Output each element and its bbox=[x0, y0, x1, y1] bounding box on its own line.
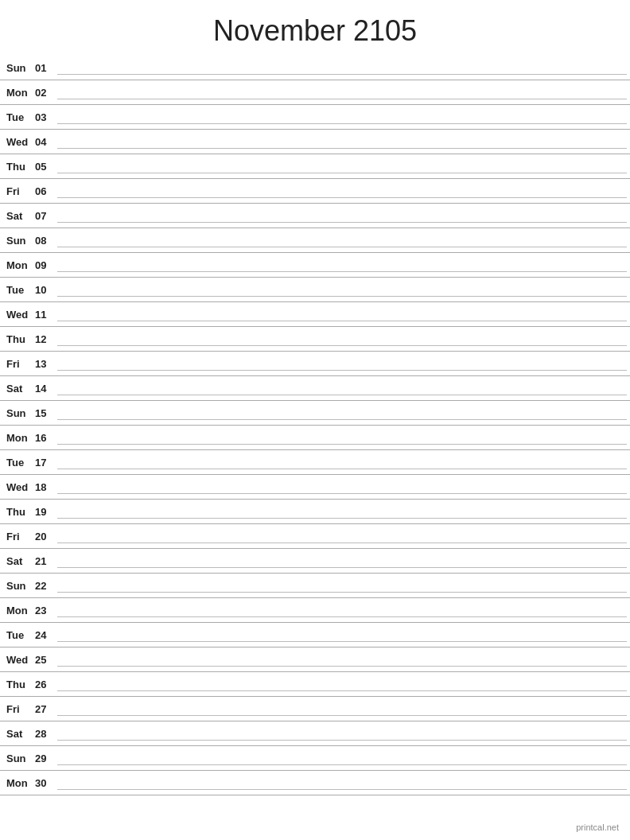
day-line bbox=[54, 56, 630, 80]
calendar-row: Tue24 bbox=[0, 623, 630, 648]
calendar-row: Mon09 bbox=[0, 253, 630, 278]
day-name: Tue bbox=[0, 450, 32, 475]
day-line bbox=[54, 401, 630, 426]
day-number: 25 bbox=[32, 648, 54, 672]
day-number: 24 bbox=[32, 623, 54, 648]
day-number: 02 bbox=[32, 80, 54, 105]
day-number: 23 bbox=[32, 598, 54, 623]
day-number: 29 bbox=[32, 746, 54, 771]
calendar-row: Mon23 bbox=[0, 598, 630, 623]
day-number: 03 bbox=[32, 105, 54, 130]
day-number: 20 bbox=[32, 524, 54, 549]
day-number: 28 bbox=[32, 721, 54, 746]
day-number: 21 bbox=[32, 549, 54, 574]
day-name: Thu bbox=[0, 672, 32, 697]
calendar-row: Sat07 bbox=[0, 204, 630, 228]
calendar-row: Sat14 bbox=[0, 376, 630, 401]
day-number: 10 bbox=[32, 278, 54, 302]
day-name: Thu bbox=[0, 327, 32, 352]
day-name: Sun bbox=[0, 56, 32, 80]
day-line bbox=[54, 450, 630, 475]
calendar-row: Sat28 bbox=[0, 721, 630, 746]
day-number: 13 bbox=[32, 352, 54, 376]
calendar-row: Thu19 bbox=[0, 500, 630, 524]
calendar-row: Mon30 bbox=[0, 771, 630, 795]
day-line bbox=[54, 648, 630, 672]
calendar-row: Fri20 bbox=[0, 524, 630, 549]
calendar-row: Sun22 bbox=[0, 574, 630, 598]
day-name: Fri bbox=[0, 697, 32, 721]
day-name: Sat bbox=[0, 549, 32, 574]
calendar-row: Thu05 bbox=[0, 154, 630, 179]
day-number: 04 bbox=[32, 130, 54, 154]
day-line bbox=[54, 253, 630, 278]
calendar-row: Fri13 bbox=[0, 352, 630, 376]
day-number: 06 bbox=[32, 179, 54, 204]
day-line bbox=[54, 672, 630, 697]
day-name: Mon bbox=[0, 771, 32, 795]
calendar-row: Sun29 bbox=[0, 746, 630, 771]
day-name: Mon bbox=[0, 598, 32, 623]
calendar-row: Tue10 bbox=[0, 278, 630, 302]
calendar-row: Sat21 bbox=[0, 549, 630, 574]
day-number: 08 bbox=[32, 228, 54, 253]
calendar-row: Sun08 bbox=[0, 228, 630, 253]
day-number: 27 bbox=[32, 697, 54, 721]
day-line bbox=[54, 524, 630, 549]
day-name: Thu bbox=[0, 500, 32, 524]
day-number: 17 bbox=[32, 450, 54, 475]
day-line bbox=[54, 327, 630, 352]
day-line bbox=[54, 549, 630, 574]
day-line bbox=[54, 475, 630, 500]
day-line bbox=[54, 154, 630, 179]
calendar-row: Wed04 bbox=[0, 130, 630, 154]
page-title: November 2105 bbox=[0, 0, 630, 56]
day-number: 15 bbox=[32, 401, 54, 426]
calendar-row: Tue03 bbox=[0, 105, 630, 130]
day-name: Sat bbox=[0, 376, 32, 401]
day-line bbox=[54, 623, 630, 648]
day-number: 26 bbox=[32, 672, 54, 697]
day-line bbox=[54, 278, 630, 302]
day-number: 09 bbox=[32, 253, 54, 278]
day-line bbox=[54, 500, 630, 524]
day-name: Tue bbox=[0, 278, 32, 302]
day-name: Wed bbox=[0, 302, 32, 327]
day-line bbox=[54, 179, 630, 204]
day-line bbox=[54, 80, 630, 105]
day-line bbox=[54, 721, 630, 746]
day-number: 01 bbox=[32, 56, 54, 80]
day-number: 19 bbox=[32, 500, 54, 524]
footer-credit: printcal.net bbox=[576, 822, 619, 832]
calendar-row: Fri27 bbox=[0, 697, 630, 721]
day-name: Mon bbox=[0, 426, 32, 450]
calendar-row: Tue17 bbox=[0, 450, 630, 475]
calendar-row: Wed18 bbox=[0, 475, 630, 500]
day-name: Mon bbox=[0, 253, 32, 278]
day-line bbox=[54, 746, 630, 771]
day-number: 12 bbox=[32, 327, 54, 352]
calendar-row: Sun15 bbox=[0, 401, 630, 426]
day-number: 14 bbox=[32, 376, 54, 401]
day-name: Sun bbox=[0, 746, 32, 771]
day-name: Fri bbox=[0, 179, 32, 204]
day-number: 30 bbox=[32, 771, 54, 795]
day-name: Fri bbox=[0, 524, 32, 549]
day-line bbox=[54, 302, 630, 327]
calendar-row: Mon16 bbox=[0, 426, 630, 450]
day-number: 22 bbox=[32, 574, 54, 598]
day-number: 16 bbox=[32, 426, 54, 450]
day-name: Tue bbox=[0, 105, 32, 130]
day-line bbox=[54, 426, 630, 450]
day-line bbox=[54, 228, 630, 253]
day-name: Sun bbox=[0, 401, 32, 426]
day-number: 05 bbox=[32, 154, 54, 179]
day-name: Wed bbox=[0, 648, 32, 672]
calendar-row: Mon02 bbox=[0, 80, 630, 105]
day-line bbox=[54, 598, 630, 623]
day-number: 18 bbox=[32, 475, 54, 500]
day-name: Sat bbox=[0, 204, 32, 228]
day-name: Sun bbox=[0, 228, 32, 253]
calendar-table: Sun01Mon02Tue03Wed04Thu05Fri06Sat07Sun08… bbox=[0, 56, 630, 795]
day-number: 07 bbox=[32, 204, 54, 228]
